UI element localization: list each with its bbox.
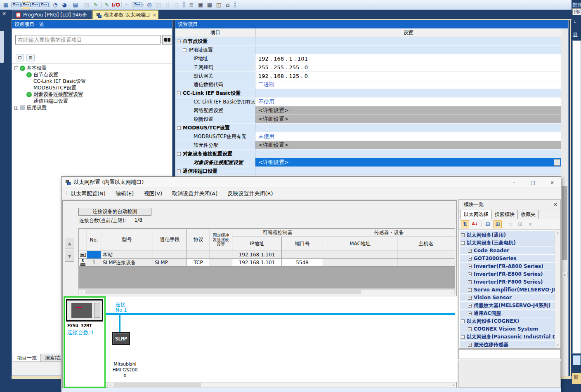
print-preview-icon[interactable]: ⌂ bbox=[224, 1, 232, 9]
paste-icon[interactable]: ▨ bbox=[83, 1, 91, 9]
settings-row[interactable]: 刷新设置<详细设置> bbox=[175, 115, 561, 124]
auto-detect-button[interactable]: 连接设备的自动检测 bbox=[78, 208, 151, 216]
settings-value-cell[interactable]: <详细设置>... bbox=[255, 158, 561, 167]
menu-item[interactable]: 反映设置并关闭(R) bbox=[227, 190, 273, 197]
scrollbar-thumb[interactable] bbox=[85, 290, 361, 294]
label-edit-icon[interactable]: ✎ bbox=[103, 1, 111, 9]
move-up-button[interactable]: ▲ bbox=[65, 238, 74, 249]
tree-item[interactable]: 通信用端口设置 bbox=[26, 98, 170, 104]
module-list-item[interactable]: +Inverter(FR-E800 Series) bbox=[460, 270, 555, 278]
module-list-item[interactable]: +Inverter(FR-A800 Series) bbox=[460, 263, 555, 270]
intelligent-module-icon[interactable]: ▦ bbox=[205, 1, 214, 9]
module-list-item[interactable]: +伺服放大器(MELSERVO-J4系列) bbox=[460, 302, 555, 309]
module-tab[interactable]: 收藏夹 bbox=[518, 210, 539, 219]
tab-progpou[interactable]: ProgPou [PRG] [LD] 946步 bbox=[12, 10, 92, 19]
device-row[interactable]: S1SLMP连接设备SLMPTCP192.168.1.1015548 bbox=[79, 259, 455, 267]
expander-icon[interactable]: + bbox=[468, 280, 472, 284]
menu-item[interactable]: 以太网配置(N) bbox=[71, 190, 106, 197]
detail-setting-button[interactable]: ... bbox=[554, 159, 560, 166]
expander-icon[interactable]: + bbox=[14, 106, 18, 110]
scroll-left-icon[interactable]: ‹ bbox=[108, 383, 113, 387]
output-window-icon[interactable]: ≡ bbox=[187, 1, 196, 9]
find-icon[interactable]: ◎ bbox=[145, 1, 154, 9]
menu-item[interactable]: 取消设置并关闭(A) bbox=[172, 190, 217, 197]
module-list-item[interactable]: +以太网设备(通用) bbox=[460, 231, 555, 239]
settings-row[interactable]: CC-Link IEF Basic使用有无不使用 bbox=[175, 98, 561, 106]
expand-all-icon[interactable]: ⊞ bbox=[494, 220, 502, 228]
favorite-add-icon[interactable]: ⊞ bbox=[516, 220, 524, 228]
settings-row[interactable]: -MODBUS/TCP设置 bbox=[175, 124, 561, 132]
settings-row[interactable]: MODBUS/TCP使用有无未使用 bbox=[175, 132, 561, 141]
parts-selected-row[interactable] bbox=[573, 355, 581, 365]
scrollbar-thumb[interactable] bbox=[113, 383, 201, 387]
program-check-icon[interactable]: ✎ bbox=[92, 1, 100, 9]
favorite-star-icon[interactable]: ☆ bbox=[506, 220, 515, 228]
close-icon[interactable]: × bbox=[153, 12, 156, 18]
settings-row[interactable]: -IP地址设置 bbox=[175, 46, 561, 54]
settings-row[interactable]: 子网掩码255 . 255 . 255 . 0 bbox=[175, 63, 561, 72]
expander-icon[interactable]: - bbox=[177, 92, 181, 95]
scrollbar-thumb[interactable] bbox=[562, 186, 567, 260]
slmp-device-node[interactable]: SLMP bbox=[112, 332, 130, 345]
module-list-item[interactable]: -以太网设备(Panasonic Industrial De bbox=[460, 333, 555, 340]
module-list-item[interactable]: +GOT2000Series bbox=[460, 255, 555, 262]
expander-icon[interactable]: - bbox=[461, 319, 465, 323]
module-list-item[interactable]: +通用AC伺服 bbox=[460, 310, 555, 317]
device-row[interactable]: 本站192.168.1.101 bbox=[79, 251, 455, 259]
expander-icon[interactable]: + bbox=[468, 265, 472, 268]
memory-icon[interactable]: ◫ bbox=[215, 1, 223, 9]
module-tab[interactable]: 搜索模块 bbox=[492, 210, 518, 219]
module-list-item[interactable]: -以太网设备(三菱电机) bbox=[460, 239, 555, 246]
module-list-item[interactable]: +Code Reader bbox=[460, 247, 555, 254]
tree-item[interactable]: -✓基本设置 bbox=[14, 65, 170, 71]
expander-icon[interactable]: - bbox=[14, 66, 18, 70]
search-input[interactable] bbox=[15, 35, 161, 45]
menu-item[interactable]: 编辑(E) bbox=[116, 190, 134, 197]
panel-tab-active[interactable]: 项目一览 bbox=[13, 354, 41, 362]
parts-bottom-tab[interactable]: 部 bbox=[572, 373, 581, 384]
module-list-item[interactable]: -以太网设备(COGNEX) bbox=[460, 317, 555, 325]
scroll-up-icon[interactable]: ∧ bbox=[555, 230, 560, 235]
expander-icon[interactable]: - bbox=[177, 126, 181, 130]
close-icon[interactable]: × bbox=[2, 11, 6, 16]
module-tab[interactable]: 以太网选择 bbox=[461, 210, 492, 219]
settings-row[interactable]: 通信数据代码二进制 bbox=[175, 80, 561, 89]
parameter-list-icon[interactable]: ▤ bbox=[71, 1, 80, 9]
expander-icon[interactable]: - bbox=[461, 241, 465, 245]
io-assignment-icon[interactable]: I/O bbox=[112, 1, 120, 9]
diagram-horizontal-scroll[interactable]: ‹ › bbox=[107, 382, 456, 388]
module-list-item[interactable]: +Vision Sensor bbox=[460, 294, 555, 301]
settings-value-cell[interactable]: 255 . 255 . 255 . 0 bbox=[255, 63, 561, 72]
settings-value-cell[interactable]: 192 . 168 . 125 . 0 bbox=[255, 72, 561, 80]
expander-icon[interactable]: - bbox=[461, 335, 465, 339]
settings-row[interactable]: IP地址192 . 168 . 1 . 101 bbox=[175, 54, 561, 63]
gauge-icon[interactable]: ◕ bbox=[60, 1, 68, 9]
expand-tree-icon[interactable]: ⊞ bbox=[26, 54, 35, 61]
expander-icon[interactable]: + bbox=[468, 343, 472, 347]
expander-icon[interactable]: + bbox=[468, 249, 472, 253]
settings-row[interactable]: 对象设备连接配置设置<详细设置>... bbox=[175, 158, 561, 167]
settings-value-cell[interactable]: 192 . 168 . 1 . 101 bbox=[255, 54, 561, 63]
dialog-titlebar[interactable]: 以太网配置 (内置以太网端口) – □ × bbox=[61, 177, 561, 188]
dev-batch-replace-icon[interactable]: Dev bbox=[31, 1, 39, 9]
settings-row[interactable]: 网络配置设置<详细设置> bbox=[175, 106, 561, 115]
maximize-button[interactable]: □ bbox=[531, 180, 535, 185]
collapse-tree-icon[interactable]: ⊟ bbox=[16, 54, 24, 61]
cut-icon[interactable]: ✂ bbox=[123, 1, 131, 9]
dev-monitor-icon[interactable]: Dev▾ bbox=[134, 1, 142, 9]
minimize-button[interactable]: – bbox=[513, 180, 516, 185]
settings-value-cell[interactable]: <详细设置> bbox=[255, 106, 561, 115]
expander-icon[interactable]: - bbox=[183, 48, 187, 52]
dev-find-replace-icon[interactable]: Dev▾ bbox=[13, 1, 21, 9]
module-list-item[interactable]: +COGNEX Vision System bbox=[460, 325, 555, 333]
expander-icon[interactable]: + bbox=[468, 304, 472, 307]
tree-item[interactable]: +应用设置 bbox=[14, 104, 170, 111]
scroll-up-icon[interactable]: ∧ bbox=[562, 272, 568, 278]
settings-value-cell[interactable]: 未使用 bbox=[255, 132, 561, 141]
collapse-all-icon[interactable]: ⊟ bbox=[484, 220, 492, 228]
move-down-button[interactable]: ▼ bbox=[65, 251, 74, 262]
expander-icon[interactable]: - bbox=[177, 169, 181, 173]
menu-item[interactable]: 视图(V) bbox=[144, 190, 162, 197]
window-split-icon[interactable]: ◫ bbox=[154, 1, 163, 9]
expander-icon[interactable]: + bbox=[468, 288, 472, 292]
